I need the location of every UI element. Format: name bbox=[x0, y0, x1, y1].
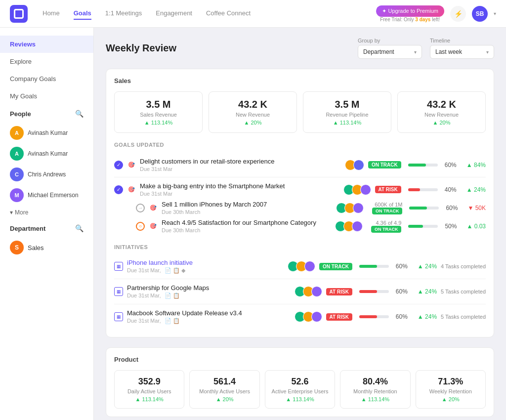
person-avatar-3: M bbox=[10, 188, 24, 202]
trial-days: 3 days bbox=[415, 17, 430, 22]
sales-title: Sales bbox=[114, 77, 486, 84]
metric-1: 43.2 K New Revenue ▲ 20% bbox=[209, 91, 297, 133]
product-metric-value-1: 561.4 bbox=[195, 377, 254, 387]
sub-goal-progress-wrap-0 bbox=[409, 207, 439, 210]
sidebar-person-2[interactable]: C Chris Andrews bbox=[0, 164, 93, 185]
timeline-label: Timeline bbox=[430, 38, 494, 43]
star-icon: ✦ bbox=[382, 8, 386, 14]
sidebar: Reviews Explore Company Goals My Goals P… bbox=[0, 28, 94, 420]
app-container: Home Goals 1:1 Meetings Engagement Coffe… bbox=[0, 0, 506, 420]
nav-goals[interactable]: Goals bbox=[74, 7, 91, 20]
initiative-tasks-0: 4 Tasks completed bbox=[441, 263, 486, 269]
goal-text-0: Delight customers in our retail-store ex… bbox=[140, 158, 341, 172]
metric-3: 43.2 K New Revenue ▲ 20% bbox=[397, 91, 486, 133]
initiative-avatars-1 bbox=[295, 286, 322, 297]
product-metric-change-3: ▲ 113.14% bbox=[345, 396, 405, 402]
sidebar-item-reviews[interactable]: Reviews bbox=[0, 36, 93, 53]
people-label[interactable]: People bbox=[10, 110, 31, 118]
initiative-text-2: Macbook Software Update Release v3.4 Due… bbox=[127, 309, 291, 324]
sub-goal-change-0: ▼ 50K bbox=[467, 205, 486, 211]
person-avatar-1: A bbox=[10, 147, 24, 161]
init-av-2-2 bbox=[311, 311, 322, 322]
initiative-right-2: AT RISK 60% ▲ 24% 5 Tasks completed bbox=[295, 311, 486, 322]
trial-text: Free Trial: Only 3 days left! bbox=[380, 17, 440, 22]
goal-name-0: Delight customers in our retail-store ex… bbox=[140, 158, 341, 165]
lightning-icon-btn[interactable]: ⚡ bbox=[450, 6, 466, 22]
sidebar-person-3[interactable]: M Michael Emmerson bbox=[0, 185, 93, 206]
goals-updated-label: GOALS UPDATED bbox=[114, 142, 486, 148]
initiative-name-0[interactable]: iPhone launch initiative bbox=[127, 259, 284, 266]
sub-goal-avatars-1 bbox=[335, 221, 363, 232]
sidebar-more-item[interactable]: ▾ More bbox=[0, 206, 93, 219]
sub-goal-status-wrap-0: 600K of 1M ON TRACK bbox=[368, 202, 402, 214]
metric-0: 3.5 M Sales Revenue ▲ 113.14% bbox=[114, 91, 203, 133]
sub-goal-sub-info-1: 4.36 of 4.9 bbox=[376, 220, 401, 226]
initiative-status-0: ON TRACK bbox=[319, 263, 352, 270]
sub-goal-right-0: 600K of 1M ON TRACK 60% ▼ 50K bbox=[336, 202, 486, 214]
chevron-down-icon: ▾ bbox=[10, 209, 13, 216]
avatar-chevron-icon[interactable]: ▾ bbox=[494, 11, 496, 16]
initiative-text-1: Partnership for Google Maps Due 31st Mar… bbox=[127, 284, 291, 299]
upgrade-button[interactable]: ✦ Upgrade to Premium bbox=[376, 5, 445, 17]
nav-home[interactable]: Home bbox=[42, 7, 60, 20]
sidebar-item-my-goals[interactable]: My Goals bbox=[0, 87, 93, 105]
goal-status-0: ON TRACK bbox=[368, 161, 401, 168]
dept-search-icon[interactable]: 🔍 bbox=[75, 224, 84, 232]
initiative-row-1: ▦ Partnership for Google Maps Due 31st M… bbox=[114, 279, 486, 304]
person-name-3: Michael Emmerson bbox=[28, 192, 79, 199]
initiative-name-2: Macbook Software Update Release v3.4 bbox=[127, 309, 291, 317]
init-av-1-2 bbox=[311, 286, 322, 297]
sub-av-1-2 bbox=[352, 221, 363, 232]
metric-change-0: ▲ 113.14% bbox=[123, 120, 194, 126]
metric-2: 3.5 M Revenue Pipeline ▲ 113.14% bbox=[303, 91, 391, 133]
metric-value-1: 43.2 K bbox=[217, 99, 289, 110]
product-title: Product bbox=[114, 356, 486, 363]
product-metric-value-0: 352.9 bbox=[120, 377, 179, 387]
initiative-tasks-2: 5 Tasks completed bbox=[441, 314, 486, 320]
initiative-progress-wrap-2 bbox=[359, 315, 389, 318]
person-avatar-2: C bbox=[10, 168, 24, 181]
goal-header-1: ✓ 🎯 Make a big-bang entry into the Smart… bbox=[114, 182, 486, 197]
initiative-due-0: Due 31st Mar, 📄 📋 ◆ bbox=[127, 267, 284, 274]
user-avatar-btn[interactable]: SB bbox=[472, 6, 488, 22]
initiative-progress-fill-1 bbox=[359, 290, 377, 293]
group-by-chevron-icon: ▾ bbox=[414, 49, 417, 55]
initiative-attach-icons-2: 📄 📋 bbox=[165, 318, 180, 324]
goal-due-1: Due 31st Mar bbox=[140, 191, 339, 197]
sidebar-item-explore[interactable]: Explore bbox=[0, 53, 93, 70]
sub-goal-progress-wrap-1 bbox=[408, 225, 438, 228]
sub-goal-header-0: → 🎯 Sell 1 million iPhones by March 2007… bbox=[114, 201, 486, 215]
sub-goal-icon-1: 🎯 bbox=[149, 222, 158, 231]
initiative-due-2: Due 31st Mar, 📄 📋 bbox=[127, 318, 291, 324]
goal-av-0-1 bbox=[353, 160, 364, 170]
goal-status-1: AT RISK bbox=[375, 186, 401, 193]
person-avatar-0: A bbox=[10, 126, 24, 140]
product-metric-change-0: ▲ 113.14% bbox=[120, 396, 179, 402]
sidebar-dept-sales[interactable]: S Sales bbox=[0, 237, 93, 258]
initiative-header-1: ▦ Partnership for Google Maps Due 31st M… bbox=[114, 284, 486, 299]
nav-meetings[interactable]: 1:1 Meetings bbox=[105, 7, 142, 20]
initiative-progress-wrap-1 bbox=[359, 290, 389, 293]
sub-goal-header-1: ○ 🎯 Reach 4.9/5 Satisfaction for our Sma… bbox=[114, 219, 486, 233]
department-label[interactable]: Department bbox=[10, 225, 45, 232]
group-by-select[interactable]: Department ▾ bbox=[358, 45, 422, 59]
timeline-select[interactable]: Last week ▾ bbox=[430, 45, 494, 59]
initiative-attach-icons-0: 📄 📋 ◆ bbox=[165, 267, 185, 273]
sub-goal-right-1: 4.36 of 4.9 ON TRACK 50% ▲ 0.03 bbox=[335, 220, 486, 233]
sidebar-item-company-goals[interactable]: Company Goals bbox=[0, 70, 93, 87]
sidebar-person-0[interactable]: A Avinash Kumar bbox=[0, 123, 93, 143]
people-search-icon[interactable]: 🔍 bbox=[75, 110, 84, 118]
main-nav: Home Goals 1:1 Meetings Engagement Coffe… bbox=[42, 7, 376, 20]
sidebar-person-1[interactable]: A Avinash Kumar bbox=[0, 143, 93, 164]
sidebar-department-section: Department 🔍 bbox=[0, 219, 93, 237]
nav-coffee[interactable]: Coffee Connect bbox=[206, 7, 251, 20]
nav-engagement[interactable]: Engagement bbox=[156, 7, 192, 20]
initiative-avatars-0 bbox=[288, 261, 315, 272]
sub-goal-avatars-0 bbox=[336, 203, 364, 213]
page-title: Weekly Review bbox=[106, 42, 176, 54]
product-metric-2: 52.6 Active Enterprise Users ▲ 113.14% bbox=[265, 370, 335, 409]
goal-check-icon-1: ✓ bbox=[114, 185, 123, 194]
initiative-text-0: iPhone launch initiative Due 31st Mar, 📄… bbox=[127, 259, 284, 274]
app-logo[interactable] bbox=[10, 5, 28, 23]
sidebar-people-section: People 🔍 bbox=[0, 105, 93, 123]
